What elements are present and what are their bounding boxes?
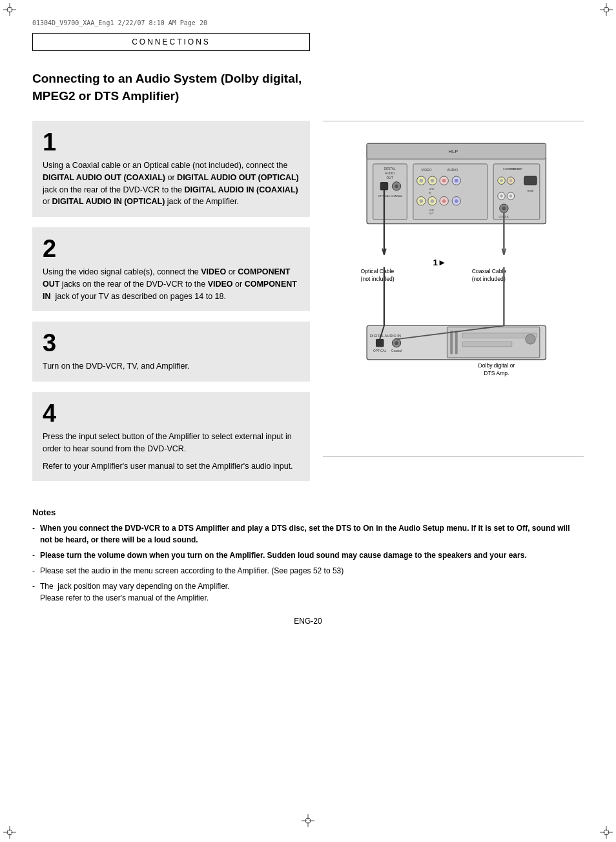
svg-text:LINE: LINE — [429, 209, 435, 212]
diagram-area: HLP DIGITAL AUDIO OUT OPTICAL COAXIAL V — [323, 121, 584, 457]
steps-column: 1 Using a Coaxial cable or an Optical ca… — [32, 121, 310, 491]
svg-point-42 — [455, 179, 458, 183]
svg-rect-66 — [524, 176, 537, 185]
note-item-2: - Please turn the volume down when you t… — [32, 549, 584, 561]
svg-point-36 — [419, 179, 423, 183]
step-block-1: 1 Using a Coaxial cable or an Optical ca… — [32, 121, 310, 217]
svg-text:OUT: OUT — [429, 212, 435, 215]
bold-span: Please turn the volume down when you tur… — [40, 551, 527, 560]
svg-rect-93 — [455, 331, 458, 354]
step-extra-text-4: Refer to your Amplifier's user manual to… — [43, 460, 300, 473]
crosshair-bl — [3, 826, 16, 839]
crosshair-tl — [3, 3, 16, 16]
svg-text:1►: 1► — [433, 258, 447, 267]
svg-text:DTS Amp.: DTS Amp. — [484, 370, 509, 376]
note-text: When you connect the DVD-VCR to a DTS Am… — [40, 522, 584, 546]
svg-point-46 — [419, 200, 423, 203]
step-number-3: 3 — [43, 331, 300, 355]
notes-title: Notes — [32, 508, 584, 517]
bold-span: DIGITAL AUDIO IN (COAXIAL) — [185, 185, 298, 194]
svg-text:VIDEO: VIDEO — [421, 169, 431, 172]
svg-rect-94 — [462, 333, 537, 338]
svg-text:COMPONENT: COMPONENT — [503, 168, 521, 171]
step-text-4: Press the input select button of the Amp… — [43, 431, 300, 455]
svg-rect-32 — [413, 164, 488, 220]
note-dash: - — [32, 580, 35, 604]
svg-point-58 — [500, 179, 503, 182]
bold-span: DIGITAL AUDIO OUT (COAXIAL) — [43, 173, 165, 182]
svg-text:HDMI: HDMI — [528, 190, 534, 192]
svg-text:Dolby digital or: Dolby digital or — [478, 363, 515, 369]
connections-banner: CONNECTIONS — [32, 33, 310, 51]
step-block-4: 4 Press the input select button of the A… — [32, 392, 310, 481]
svg-text:OUT: OUT — [387, 176, 393, 180]
note-text: The jack position may vary depending on … — [40, 580, 230, 604]
svg-point-52 — [455, 200, 458, 203]
svg-point-40 — [442, 179, 446, 183]
svg-rect-92 — [450, 331, 453, 354]
note-text: Please set the audio in the menu screen … — [40, 565, 344, 577]
page-container: 01304D_V9700_XAA_Eng1 2/22/07 8:10 AM Pa… — [0, 0, 616, 842]
svg-point-69 — [502, 207, 506, 211]
svg-text:IN: IN — [429, 192, 431, 194]
bold-span: VIDEO — [201, 267, 226, 276]
svg-text:(not included): (not included) — [361, 276, 395, 282]
step-block-2: 2 Using the video signal cable(s), conne… — [32, 227, 310, 311]
svg-text:AUDIO: AUDIO — [447, 169, 458, 172]
svg-rect-27 — [380, 183, 387, 190]
file-header: 01304D_V9700_XAA_Eng1 2/22/07 8:10 AM Pa… — [32, 19, 584, 26]
note-dash: - — [32, 565, 35, 577]
step-number-2: 2 — [43, 236, 300, 261]
svg-text:LINE: LINE — [429, 188, 435, 190]
crosshair-tr — [600, 3, 613, 16]
svg-text:Coaxial Cable: Coaxial Cable — [472, 268, 507, 274]
svg-point-48 — [431, 200, 435, 203]
svg-point-50 — [442, 200, 446, 203]
svg-point-89 — [395, 341, 398, 345]
crosshair-bottom — [302, 814, 314, 829]
bold-span: DIGITAL AUDIO IN (OPTICAL) — [52, 197, 165, 206]
step-text-2: Using the video signal cable(s), connect… — [43, 266, 300, 302]
step-number-1: 1 — [43, 130, 300, 154]
svg-text:Optical Cable: Optical Cable — [361, 268, 395, 274]
notes-section: Notes - When you connect the DVD-VCR to … — [32, 508, 584, 604]
main-title: Connecting to an Audio System (Dolby dig… — [32, 70, 310, 105]
note-item-3: - Please set the audio in the menu scree… — [32, 565, 584, 577]
note-item-1: - When you connect the DVD-VCR to a DTS … — [32, 522, 584, 546]
svg-text:HLP: HLP — [449, 149, 458, 154]
step-text-3: Turn on the DVD-VCR, TV, and Amplifier. — [43, 360, 300, 373]
svg-rect-95 — [462, 342, 511, 347]
note-dash: - — [32, 549, 35, 561]
svg-point-96 — [526, 334, 535, 344]
bold-span: COMPONENT IN — [43, 280, 297, 301]
bold-span: When you connect the DVD-VCR to a DTS Am… — [40, 524, 570, 544]
svg-rect-86 — [376, 340, 384, 347]
svg-text:(not included): (not included) — [472, 276, 506, 282]
content-layout: 1 Using a Coaxial cable or an Optical ca… — [32, 121, 584, 491]
note-dash: - — [32, 522, 35, 546]
svg-text:AUDIO: AUDIO — [385, 172, 395, 175]
svg-text:OPTICAL: OPTICAL — [373, 349, 387, 353]
step-number-4: 4 — [43, 401, 300, 426]
svg-point-38 — [431, 179, 435, 183]
step-text-1: Using a Coaxial cable or an Optical cabl… — [43, 159, 300, 208]
diagram-column: HLP DIGITAL AUDIO OUT OPTICAL COAXIAL V — [323, 121, 584, 491]
crosshair-br — [600, 826, 613, 839]
svg-point-65 — [509, 194, 513, 198]
diagram-svg: HLP DIGITAL AUDIO OUT OPTICAL COAXIAL V — [329, 134, 577, 443]
svg-point-60 — [509, 179, 513, 182]
step-block-3: 3 Turn on the DVD-VCR, TV, and Amplifier… — [32, 322, 310, 382]
svg-text:DIGITAL AUDIO IN: DIGITAL AUDIO IN — [370, 334, 401, 338]
svg-text:DIGITAL: DIGITAL — [384, 168, 396, 171]
svg-point-30 — [395, 185, 398, 189]
bold-span: VIDEO — [208, 280, 233, 289]
svg-text:COAXIAL: COAXIAL — [391, 194, 403, 198]
note-item-4: - The jack position may vary depending o… — [32, 580, 584, 604]
page-number: ENG-20 — [32, 617, 584, 626]
svg-text:Coaxial: Coaxial — [391, 349, 402, 353]
bold-span: DIGITAL AUDIO OUT (OPTICAL) — [177, 173, 299, 182]
note-text: Please turn the volume down when you tur… — [40, 549, 527, 561]
svg-point-63 — [500, 194, 503, 198]
